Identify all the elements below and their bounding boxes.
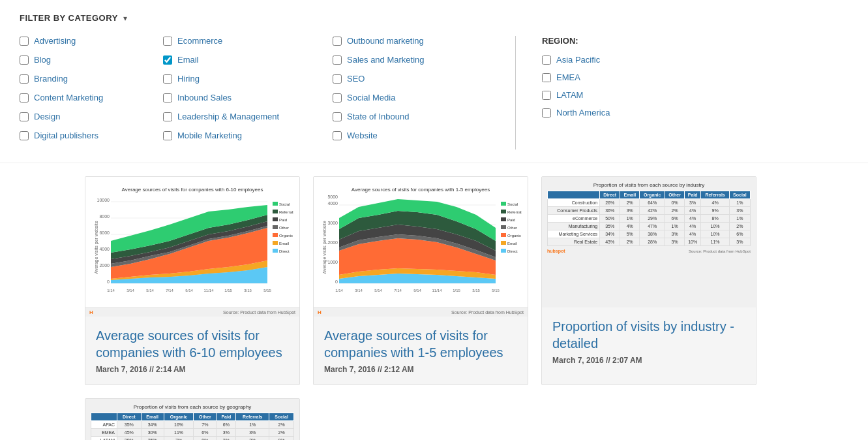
source-label-2: Source: Product data from HubSpot bbox=[451, 310, 524, 315]
svg-text:3/15: 3/15 bbox=[472, 289, 480, 292]
filter-title: FILTER BY CATEGORY bbox=[20, 13, 118, 23]
card-6-10[interactable]: Average sources of visits for companies … bbox=[85, 176, 300, 385]
filter-item-seo[interactable]: SEO bbox=[333, 74, 502, 84]
card-geography[interactable]: Proportion of visits from each source by… bbox=[85, 398, 300, 440]
svg-text:Average sources of visits for : Average sources of visits for companies … bbox=[122, 187, 263, 193]
label-state: State of Inbound bbox=[347, 112, 409, 121]
checkbox-branding[interactable] bbox=[20, 74, 29, 84]
svg-text:1000: 1000 bbox=[327, 260, 338, 264]
svg-rect-78 bbox=[501, 217, 506, 221]
label-advertising: Advertising bbox=[34, 36, 76, 46]
svg-text:Average visits per website: Average visits per website bbox=[322, 221, 327, 274]
checkbox-content[interactable] bbox=[20, 93, 29, 102]
region-item-north[interactable]: North America bbox=[542, 108, 848, 118]
filter-section: FILTER BY CATEGORY ▾ Advertising Blog Br… bbox=[0, 0, 868, 163]
filter-item-outbound[interactable]: Outbound marketing bbox=[333, 36, 502, 46]
region-section: REGION: Asia Pacific EMEA LATAM North Am… bbox=[529, 36, 848, 149]
svg-text:1/14: 1/14 bbox=[335, 289, 343, 292]
checkbox-emea[interactable] bbox=[542, 73, 551, 82]
checkbox-email[interactable] bbox=[163, 55, 172, 65]
label-email: Email bbox=[177, 55, 199, 65]
checkbox-advertising[interactable] bbox=[20, 37, 29, 46]
card-content-2: Average sources of visits for companies … bbox=[314, 317, 528, 385]
svg-text:Email: Email bbox=[279, 242, 289, 245]
label-seo: SEO bbox=[347, 74, 365, 84]
checkbox-mobile[interactable] bbox=[163, 131, 172, 140]
checkbox-north[interactable] bbox=[542, 108, 551, 118]
filter-item-email[interactable]: Email bbox=[163, 55, 333, 65]
card-image-6-10: Average sources of visits for companies … bbox=[85, 177, 299, 307]
filter-item-state[interactable]: State of Inbound bbox=[333, 112, 502, 121]
card-date-2: March 7, 2016 // 2:12 AM bbox=[324, 365, 517, 374]
filter-item-digital[interactable]: Digital publishers bbox=[20, 131, 163, 140]
svg-text:3000: 3000 bbox=[327, 221, 338, 225]
filter-item-inbound[interactable]: Inbound Sales bbox=[163, 93, 333, 102]
label-website: Website bbox=[347, 131, 378, 140]
filter-item-content[interactable]: Content Marketing bbox=[20, 93, 163, 102]
card-industry[interactable]: Proportion of visits from each source by… bbox=[541, 176, 756, 385]
svg-text:9/14: 9/14 bbox=[185, 289, 193, 292]
card-1-5[interactable]: Average sources of visits for companies … bbox=[313, 176, 528, 385]
card-title-1[interactable]: Average sources of visits for companies … bbox=[96, 327, 289, 361]
svg-text:8000: 8000 bbox=[99, 214, 110, 219]
svg-rect-74 bbox=[501, 202, 506, 206]
card-image-1-5: Average sources of visits for companies … bbox=[314, 177, 528, 307]
checkbox-seo[interactable] bbox=[333, 74, 342, 84]
svg-rect-41 bbox=[273, 241, 278, 245]
svg-text:Email: Email bbox=[507, 242, 517, 245]
svg-text:Other: Other bbox=[507, 226, 517, 230]
checkbox-blog[interactable] bbox=[20, 55, 29, 65]
svg-text:7/14: 7/14 bbox=[166, 289, 173, 292]
svg-text:6000: 6000 bbox=[99, 230, 110, 235]
filter-item-branding[interactable]: Branding bbox=[20, 74, 163, 84]
checkbox-state[interactable] bbox=[333, 112, 342, 121]
filter-item-design[interactable]: Design bbox=[20, 112, 163, 121]
filter-item-hiring[interactable]: Hiring bbox=[163, 74, 333, 84]
svg-rect-33 bbox=[273, 210, 278, 213]
card-image-industry: Proportion of visits from each source by… bbox=[542, 177, 756, 307]
checkbox-ecommerce[interactable] bbox=[163, 37, 172, 46]
region-divider bbox=[515, 36, 516, 149]
region-item-latam[interactable]: LATAM bbox=[542, 90, 848, 100]
region-item-asia[interactable]: Asia Pacific bbox=[542, 55, 848, 65]
filter-item-blog[interactable]: Blog bbox=[20, 55, 163, 65]
checkbox-digital[interactable] bbox=[20, 131, 29, 140]
checkbox-inbound[interactable] bbox=[163, 93, 172, 102]
svg-text:4000: 4000 bbox=[99, 247, 110, 251]
svg-rect-80 bbox=[501, 225, 506, 229]
label-ecommerce: Ecommerce bbox=[177, 36, 222, 46]
filter-item-advertising[interactable]: Advertising bbox=[20, 36, 163, 46]
svg-rect-37 bbox=[273, 225, 278, 229]
region-item-emea[interactable]: EMEA bbox=[542, 72, 848, 82]
checkbox-outbound[interactable] bbox=[333, 37, 342, 46]
label-blog: Blog bbox=[34, 55, 51, 65]
checkbox-website[interactable] bbox=[333, 131, 342, 140]
filter-item-sales[interactable]: Sales and Marketing bbox=[333, 55, 502, 65]
checkbox-latam[interactable] bbox=[542, 91, 551, 100]
source-label-1: Source: Product data from HubSpot bbox=[223, 310, 295, 315]
label-outbound: Outbound marketing bbox=[347, 36, 424, 46]
checkbox-social[interactable] bbox=[333, 93, 342, 102]
svg-text:Paid: Paid bbox=[507, 218, 515, 222]
svg-text:0: 0 bbox=[335, 279, 338, 284]
filter-header[interactable]: FILTER BY CATEGORY ▾ bbox=[20, 13, 848, 23]
checkbox-hiring[interactable] bbox=[163, 74, 172, 84]
card-title-3[interactable]: Proportion of visits by industry - detai… bbox=[552, 318, 745, 352]
svg-text:1/15: 1/15 bbox=[224, 289, 232, 292]
checkbox-leadership[interactable] bbox=[163, 112, 172, 121]
svg-rect-82 bbox=[501, 233, 506, 237]
filter-item-mobile[interactable]: Mobile Marketing bbox=[163, 131, 333, 140]
checkbox-sales[interactable] bbox=[333, 55, 342, 65]
card-date-1: March 7, 2016 // 2:14 AM bbox=[96, 365, 289, 374]
svg-text:0: 0 bbox=[107, 279, 110, 284]
checkbox-design[interactable] bbox=[20, 112, 29, 121]
card-title-2[interactable]: Average sources of visits for companies … bbox=[324, 327, 517, 361]
filter-item-website[interactable]: Website bbox=[333, 131, 502, 140]
svg-text:10000: 10000 bbox=[97, 198, 110, 202]
filter-item-ecommerce[interactable]: Ecommerce bbox=[163, 36, 333, 46]
filter-item-leadership[interactable]: Leadership & Management bbox=[163, 112, 333, 121]
svg-text:3/14: 3/14 bbox=[127, 289, 134, 292]
checkbox-asia[interactable] bbox=[542, 55, 551, 65]
filter-item-social[interactable]: Social Media bbox=[333, 93, 502, 102]
svg-text:Organic: Organic bbox=[507, 234, 521, 238]
